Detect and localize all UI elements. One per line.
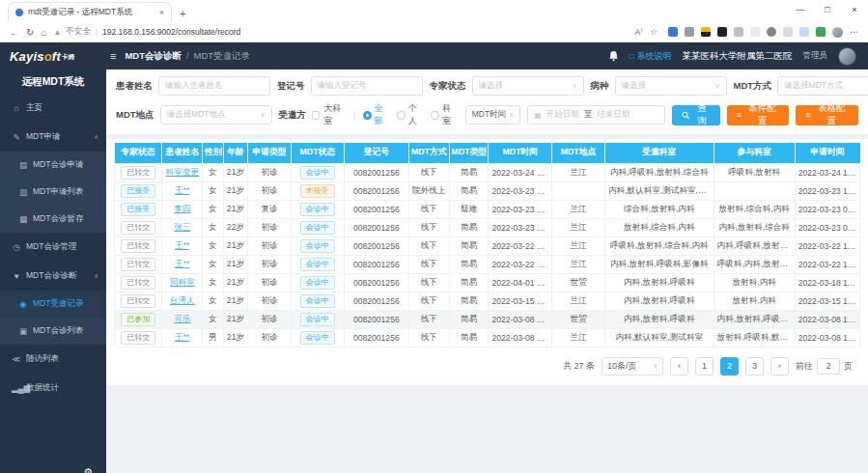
- window-maximize-button[interactable]: □: [814, 0, 841, 19]
- mdt-diagnosis-submenu: ◉ MDT受邀记录 ▣ MDT会诊列表: [0, 291, 106, 345]
- prev-page-button[interactable]: ‹: [670, 357, 688, 376]
- screenshot-extension-icon[interactable]: [734, 27, 743, 37]
- mdt-type-cell-wrap: 简易: [449, 236, 489, 255]
- condition-config-button[interactable]: ≡ 条件配置: [727, 105, 790, 125]
- joined-depts-cell-wrap: 放射科,呼吸科,默认科室,测...: [714, 328, 795, 347]
- mdt-place-cell-wrap: 兰江: [552, 200, 605, 218]
- patient-name-input[interactable]: 请输入患者姓名: [158, 76, 270, 96]
- search-button[interactable]: 查询: [672, 105, 720, 125]
- expert-status-tag: 已转交: [121, 239, 155, 253]
- breadcrumb-parent[interactable]: MDT会诊诊断: [125, 50, 182, 63]
- mdt-place-cell-wrap: 兰江: [552, 292, 605, 310]
- expert-status-tag-wrap: 已参加: [115, 310, 162, 328]
- expert-status-select[interactable]: 请选择∨: [472, 76, 584, 96]
- page-jump-input[interactable]: [817, 358, 840, 375]
- invited-depts-cell: 内科,放射科,呼吸科: [624, 277, 695, 287]
- window-close-button[interactable]: ×: [841, 0, 868, 19]
- expert-status-tag: 已转交: [121, 258, 155, 271]
- mdt-place-cell-wrap: [552, 181, 605, 200]
- mdt-mode-select[interactable]: 请选择MDT方式∨: [777, 76, 868, 96]
- table-config-button[interactable]: ≡ 表格配置: [796, 105, 858, 125]
- page-size-select[interactable]: 10条/页 ∨: [602, 357, 663, 376]
- home-icon[interactable]: ⌂: [41, 27, 46, 38]
- sidebar-item-mdt-apply-list[interactable]: ▥ MDT申请列表: [0, 179, 106, 206]
- mdt-type-cell: 疑难: [461, 204, 477, 213]
- sidebar-item-mdt-invited-records[interactable]: ◉ MDT受邀记录: [0, 291, 106, 318]
- settings-gear-icon[interactable]: ⚙: [83, 466, 93, 473]
- next-page-button[interactable]: ›: [770, 357, 789, 376]
- sidebar-item-followup-list[interactable]: ≪ 随访列表: [0, 345, 106, 374]
- sidebar-item-mdt-consult-apply[interactable]: ▤ MDT会诊申请: [0, 152, 106, 179]
- column-header: 申请时间: [795, 143, 859, 163]
- time-field-select[interactable]: MDT时间∨: [465, 105, 520, 125]
- new-tab-button[interactable]: +: [180, 8, 185, 22]
- radio-all[interactable]: 全部: [363, 102, 390, 127]
- page-button-3[interactable]: 3: [745, 357, 764, 376]
- tab-close-icon[interactable]: ×: [159, 8, 164, 17]
- sidebar-item-mdt-manage[interactable]: ◷ MDT会诊管理: [0, 233, 106, 262]
- patient-name-link[interactable]: 科室变更: [166, 167, 199, 177]
- disease-select[interactable]: 请选择∨: [615, 76, 727, 96]
- collections-icon[interactable]: [685, 27, 694, 37]
- pin-extension-icon[interactable]: [668, 27, 678, 37]
- reg-no-cell: 0082001256: [353, 315, 400, 324]
- patient-name-link[interactable]: 王**: [175, 259, 189, 268]
- patient-name-link[interactable]: 台湾人: [170, 295, 195, 305]
- url-text[interactable]: 192.168.0.156:9002/consultate/record: [102, 27, 240, 37]
- read-aloud-icon[interactable]: A⁾: [635, 27, 643, 37]
- grammar-extension-icon[interactable]: [816, 27, 826, 37]
- patient-name-link[interactable]: 王**: [175, 185, 189, 195]
- patient-name-link[interactable]: 王**: [175, 240, 189, 250]
- mdt-status-tag-wrap: 会诊中: [291, 255, 344, 273]
- notification-bell-icon[interactable]: [608, 50, 619, 62]
- mdt-status-tag: 会诊中: [300, 203, 335, 216]
- gender-cell: 女: [209, 314, 217, 323]
- notebook-extension-icon[interactable]: [701, 27, 711, 37]
- page-button-1[interactable]: 1: [695, 357, 714, 376]
- mdt-place-cell: 兰江: [570, 332, 586, 342]
- mdt-mode-cell: 线下: [421, 222, 437, 232]
- window-minimize-button[interactable]: —: [787, 0, 814, 19]
- radio-personal[interactable]: 个人: [397, 102, 424, 127]
- page-button-2[interactable]: 2: [720, 357, 739, 376]
- system-note-link[interactable]: □ 系统说明: [630, 50, 672, 63]
- sidebar-item-data-statistics[interactable]: ▂▄▆ 数据统计: [0, 374, 106, 403]
- user-avatar[interactable]: [838, 47, 856, 66]
- mdt-mode-cell-wrap: 线下: [408, 255, 449, 273]
- sidebar-item-home[interactable]: ⌂ 主页: [0, 94, 106, 123]
- gender-cell-wrap: 女: [203, 236, 224, 255]
- user-role[interactable]: 管理员: [803, 50, 828, 62]
- browser-essentials-icon[interactable]: [799, 27, 809, 37]
- location-select[interactable]: 请选择MDT地点∨: [160, 105, 272, 125]
- browser-tab[interactable]: mdt受邀记录 - 远程MDT系统 ×: [8, 2, 172, 22]
- radio-dept[interactable]: 科室: [431, 102, 458, 127]
- browser-profile-avatar[interactable]: [832, 27, 843, 38]
- mdt-time-cell-wrap: 2022-03-23 13:00:00: [489, 200, 552, 218]
- patient-name-link[interactable]: 张三: [174, 222, 190, 232]
- date-range-input[interactable]: ▦ 开始日期 至 结束日期: [527, 105, 664, 125]
- split-screen-icon[interactable]: [783, 27, 793, 37]
- mdt-place-cell-wrap: 兰江: [552, 163, 605, 181]
- patient-name-link[interactable]: 李四: [174, 204, 190, 213]
- sidebar-item-mdt-apply[interactable]: ✎ MDT申请 ∧: [0, 123, 106, 152]
- sidebar-collapse-icon[interactable]: ≡: [110, 50, 116, 62]
- sidebar-item-mdt-diagnosis[interactable]: ♥ MDT会诊诊断 ∧: [0, 262, 106, 291]
- gender-cell: 女: [209, 204, 217, 213]
- sync-icon[interactable]: [767, 27, 776, 37]
- browser-more-icon[interactable]: ⋯: [850, 27, 858, 37]
- wallet-extension-icon[interactable]: [717, 27, 727, 37]
- mute-icon[interactable]: [750, 27, 760, 37]
- favorite-star-icon[interactable]: ☆: [650, 27, 658, 37]
- url-box[interactable]: ▲ 不安全 | 192.168.0.156:9002/consultate/re…: [53, 26, 658, 38]
- sidebar-item-mdt-consult-list[interactable]: ▣ MDT会诊列表: [0, 318, 106, 345]
- back-icon[interactable]: ←: [10, 27, 19, 38]
- refresh-icon[interactable]: ↻: [26, 27, 34, 38]
- reg-no-input[interactable]: 请输入登记号: [311, 76, 423, 96]
- patient-name-link[interactable]: 王**: [175, 332, 189, 342]
- mdt-status-tag-wrap: 会诊中: [291, 218, 344, 236]
- sidebar-item-mdt-consult-draft[interactable]: ▦ MDT会诊暂存: [0, 206, 106, 233]
- patient-name-link[interactable]: 同科室: [170, 277, 195, 287]
- patient-name-link[interactable]: 可乐: [174, 314, 190, 323]
- big-dept-checkbox[interactable]: 大科室: [312, 102, 347, 127]
- mdt-mode-cell-wrap: 线下: [408, 163, 449, 181]
